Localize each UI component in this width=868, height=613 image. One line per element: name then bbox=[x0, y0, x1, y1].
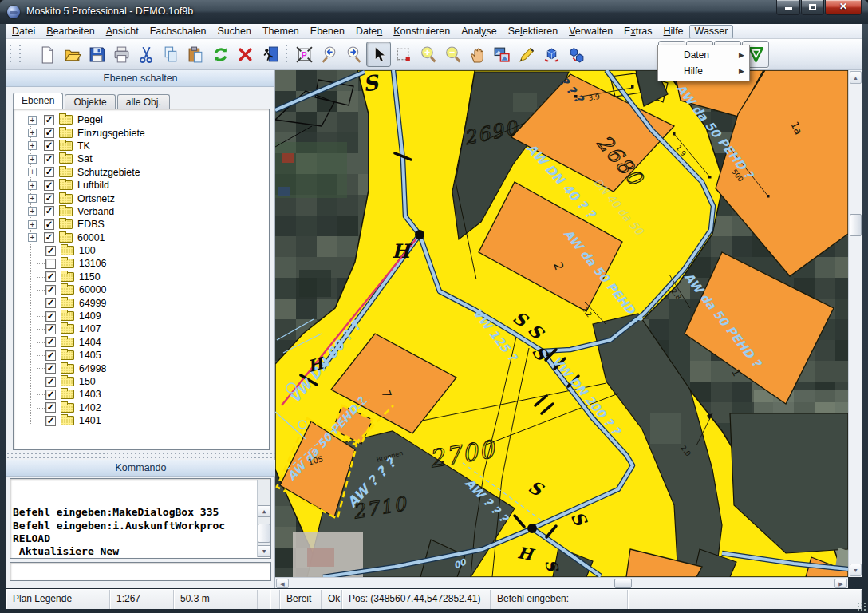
close-button[interactable]: ✕ bbox=[825, 0, 862, 15]
layer-row-1402[interactable]: ✓1402 bbox=[20, 401, 269, 414]
resize-grip[interactable] bbox=[857, 602, 866, 611]
menu-themen[interactable]: Themen bbox=[257, 25, 305, 38]
expand-icon[interactable]: + bbox=[28, 116, 37, 125]
scroll-right-icon[interactable]: ▶ bbox=[834, 579, 847, 588]
menu-hilfe[interactable]: Hilfe bbox=[658, 25, 689, 38]
layer-checkbox[interactable]: ✓ bbox=[44, 232, 54, 243]
popup-item-daten[interactable]: Daten▶ bbox=[658, 47, 749, 63]
expand-icon[interactable]: + bbox=[28, 155, 37, 164]
layer-row-60000[interactable]: ✓60000 bbox=[20, 283, 269, 296]
layer-checkbox[interactable]: ✓ bbox=[45, 298, 56, 308]
cube-button[interactable] bbox=[539, 42, 564, 67]
layer-row-100[interactable]: ✓100 bbox=[20, 244, 269, 257]
menu-selektieren[interactable]: Selektieren bbox=[503, 25, 564, 38]
layer-checkbox[interactable]: ✓ bbox=[45, 246, 56, 256]
popup-item-hilfe[interactable]: Hilfe▶ bbox=[658, 63, 749, 79]
copy-button[interactable] bbox=[159, 42, 183, 67]
layer-checkbox[interactable]: ✓ bbox=[45, 311, 56, 322]
scroll-down-icon[interactable]: ▼ bbox=[850, 564, 862, 576]
menu-bearbeiten[interactable]: Bearbeiten bbox=[41, 25, 100, 38]
zoom-prev-button[interactable] bbox=[317, 42, 341, 67]
layer-checkbox[interactable]: ✓ bbox=[44, 128, 54, 138]
layer-row-60001[interactable]: +✓60001 bbox=[20, 231, 269, 244]
cubes-button[interactable] bbox=[564, 42, 589, 67]
menu-extras[interactable]: Extras bbox=[618, 25, 657, 38]
layer-checkbox[interactable]: ✓ bbox=[45, 363, 56, 374]
layer-row-TK[interactable]: +✓TK bbox=[20, 140, 269, 152]
toolbar-grip[interactable] bbox=[9, 44, 14, 65]
layer-row-Ortsnetz[interactable]: +✓Ortsnetz bbox=[20, 192, 269, 204]
layer-row-1405[interactable]: ✓1405 bbox=[20, 349, 269, 362]
expand-icon[interactable]: + bbox=[28, 220, 37, 229]
zoom-next-button[interactable] bbox=[341, 42, 366, 67]
scroll-down-icon[interactable]: ▼ bbox=[258, 545, 270, 557]
layer-checkbox[interactable]: ✓ bbox=[44, 206, 54, 216]
layer-checkbox[interactable]: ✓ bbox=[44, 140, 54, 151]
run-button[interactable] bbox=[258, 42, 282, 67]
layers-tree[interactable]: +✓Pegel+✓Einzugsgebiete+✓TK+✓Sat+✓Schutz… bbox=[13, 109, 270, 450]
tab-alle-obj-[interactable]: alle Obj. bbox=[117, 94, 170, 109]
horizontal-scroll-thumb[interactable] bbox=[614, 579, 632, 588]
scroll-up-icon[interactable]: ▲ bbox=[850, 71, 862, 84]
layer-row-1401[interactable]: ✓1401 bbox=[20, 414, 269, 427]
layer-checkbox[interactable]: ✓ bbox=[45, 350, 56, 361]
toolbar-grip[interactable] bbox=[285, 44, 290, 65]
layer-row-1407[interactable]: ✓1407 bbox=[20, 322, 269, 335]
menu-ansicht[interactable]: Ansicht bbox=[101, 25, 144, 38]
image-button[interactable] bbox=[490, 42, 515, 67]
maximize-button[interactable] bbox=[801, 0, 824, 15]
layer-checkbox[interactable]: ✓ bbox=[44, 219, 54, 230]
paste-button[interactable] bbox=[183, 42, 208, 67]
map-horizontal-scrollbar[interactable]: ◀ ▶ bbox=[275, 577, 848, 588]
select-button[interactable] bbox=[366, 42, 391, 67]
title-bar[interactable]: Moskito 5 Professional - DEMO.1of9b ✕ bbox=[0, 0, 868, 24]
new-button[interactable] bbox=[35, 42, 60, 67]
expand-icon[interactable]: + bbox=[28, 168, 37, 176]
expand-icon[interactable]: + bbox=[28, 207, 37, 216]
layer-checkbox[interactable]: ✓ bbox=[45, 271, 56, 282]
expand-icon[interactable]: + bbox=[28, 129, 37, 137]
layer-checkbox[interactable]: ✓ bbox=[44, 154, 54, 164]
layer-row-13106[interactable]: 13106 bbox=[20, 257, 269, 270]
command-console[interactable]: Befehl eingeben:MakeDialogBox 335 Befehl… bbox=[10, 478, 271, 559]
layer-row-EDBS[interactable]: +✓EDBS bbox=[20, 218, 269, 231]
map-canvas[interactable]: VW DN 80 ? ?AW DN 40 ? ?AW da 50 PEHD ?A… bbox=[275, 70, 848, 577]
menu-wasser[interactable]: Wasser bbox=[689, 25, 734, 38]
layer-checkbox[interactable]: ✓ bbox=[45, 324, 56, 334]
menu-analyse[interactable]: Analyse bbox=[456, 25, 502, 38]
layer-checkbox[interactable] bbox=[45, 259, 56, 269]
layer-row-64999[interactable]: ✓64999 bbox=[20, 296, 269, 309]
tab-objekte[interactable]: Objekte bbox=[65, 94, 115, 109]
minimize-button[interactable] bbox=[776, 0, 800, 15]
layer-checkbox[interactable]: ✓ bbox=[44, 193, 54, 204]
tab-ebenen[interactable]: Ebenen bbox=[13, 93, 63, 109]
layer-row-Schutzgebiete[interactable]: +✓Schutzgebiete bbox=[20, 166, 269, 179]
layer-row-64998[interactable]: ✓64998 bbox=[20, 362, 269, 374]
layer-row-Verband[interactable]: +✓Verband bbox=[20, 205, 269, 218]
scroll-left-icon[interactable]: ◀ bbox=[276, 579, 289, 588]
refresh-button[interactable] bbox=[208, 42, 233, 67]
layer-checkbox[interactable]: ✓ bbox=[44, 115, 54, 125]
measure-button[interactable] bbox=[515, 42, 539, 67]
layer-checkbox[interactable]: ✓ bbox=[45, 402, 56, 413]
expand-icon[interactable]: + bbox=[28, 141, 37, 150]
open-button[interactable] bbox=[60, 42, 85, 67]
layer-row-Luftbild[interactable]: +✓Luftbild bbox=[20, 179, 269, 192]
layer-row-Einzugsgebiete[interactable]: +✓Einzugsgebiete bbox=[20, 126, 269, 139]
layer-checkbox[interactable]: ✓ bbox=[45, 390, 56, 400]
layer-row-Sat[interactable]: +✓Sat bbox=[20, 152, 269, 165]
layer-checkbox[interactable]: ✓ bbox=[45, 377, 56, 387]
cut-button[interactable] bbox=[134, 42, 159, 67]
print-button[interactable] bbox=[109, 42, 134, 67]
zoom-in-button[interactable] bbox=[416, 42, 440, 67]
vertical-scroll-thumb[interactable] bbox=[850, 214, 862, 236]
layer-row-Pegel[interactable]: +✓Pegel bbox=[20, 113, 269, 126]
layer-row-1404[interactable]: ✓1404 bbox=[20, 336, 269, 349]
command-input[interactable] bbox=[10, 562, 271, 581]
map-vertical-scrollbar[interactable]: ▲ ▼ bbox=[848, 70, 862, 577]
delete-button[interactable] bbox=[233, 42, 258, 67]
layer-checkbox[interactable]: ✓ bbox=[45, 416, 56, 426]
toolbar-grip[interactable] bbox=[18, 44, 23, 65]
expand-icon[interactable]: + bbox=[28, 194, 37, 203]
zoom-out-button[interactable] bbox=[440, 42, 465, 67]
